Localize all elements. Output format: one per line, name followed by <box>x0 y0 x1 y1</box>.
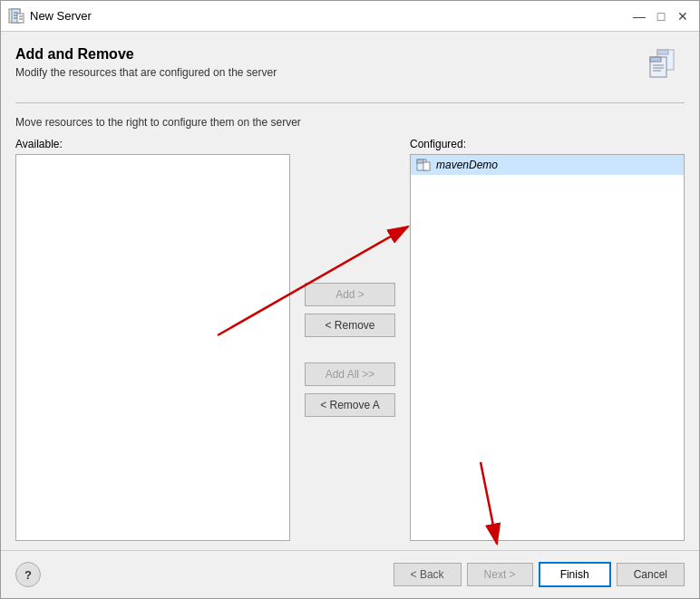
next-button[interactable]: Next > <box>467 563 533 586</box>
add-button[interactable]: Add > <box>305 283 395 306</box>
middle-buttons: Add > < Remove Add All >> < Remove A <box>290 138 410 541</box>
header-subtitle: Modify the resources that are configured… <box>15 66 641 79</box>
available-panel: Available: <box>15 138 290 541</box>
svg-rect-11 <box>650 57 661 62</box>
header-text: Add and Remove Modify the resources that… <box>15 46 641 79</box>
title-bar: New Server — □ ✕ <box>1 1 699 32</box>
svg-rect-17 <box>423 162 430 170</box>
minimize-button[interactable]: — <box>630 7 648 25</box>
svg-rect-5 <box>17 14 24 23</box>
maven-demo-label: mavenDemo <box>436 159 498 171</box>
finish-button[interactable]: Finish <box>539 562 611 587</box>
instruction-text: Move resources to the right to configure… <box>15 116 685 129</box>
bottom-bar: ? < Back Next > Finish Cancel <box>1 550 699 598</box>
header-title: Add and Remove <box>15 46 641 63</box>
svg-rect-9 <box>657 50 668 54</box>
remove-button[interactable]: < Remove <box>305 314 395 337</box>
main-window: New Server — □ ✕ Add and Remove Modify t… <box>0 0 700 599</box>
content-area: Add and Remove Modify the resources that… <box>1 32 699 541</box>
back-button[interactable]: < Back <box>394 563 462 586</box>
window-title: New Server <box>30 9 630 23</box>
window-icon <box>8 8 24 24</box>
header-icon <box>641 46 685 90</box>
header-section: Add and Remove Modify the resources that… <box>15 46 685 90</box>
window-controls: — □ ✕ <box>630 7 692 25</box>
cancel-button[interactable]: Cancel <box>617 563 685 586</box>
configured-list[interactable]: mavenDemo <box>410 154 685 541</box>
configured-item-mavendemo[interactable]: mavenDemo <box>411 155 684 175</box>
remove-all-button[interactable]: < Remove A <box>305 393 395 417</box>
maximize-button[interactable]: □ <box>652 7 670 25</box>
maven-icon <box>416 158 431 172</box>
help-button[interactable]: ? <box>15 562 41 587</box>
svg-rect-16 <box>417 159 423 163</box>
close-button[interactable]: ✕ <box>674 7 692 25</box>
configured-label: Configured: <box>410 138 685 150</box>
add-all-button[interactable]: Add All >> <box>305 362 395 386</box>
available-label: Available: <box>15 138 290 150</box>
available-list[interactable] <box>15 154 290 541</box>
configured-panel: Configured: mavenDemo <box>410 138 685 541</box>
divider <box>15 102 685 103</box>
panels-area: Available: Add > < Remove Add All >> < R… <box>15 138 685 541</box>
